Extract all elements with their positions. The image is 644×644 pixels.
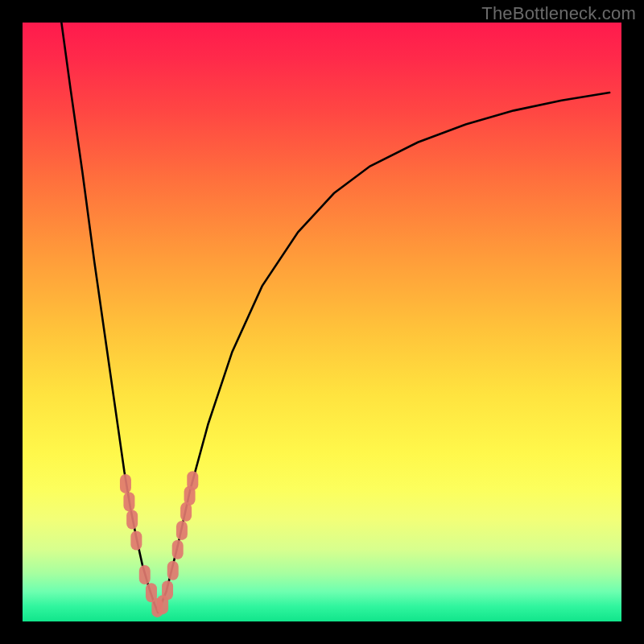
curve-right-branch — [158, 93, 609, 613]
chart-frame: TheBottleneck.com — [0, 0, 644, 644]
curve-left-branch — [61, 23, 158, 613]
plot-area — [23, 23, 621, 621]
data-marker — [139, 565, 151, 584]
data-marker — [176, 521, 188, 540]
curve-layer — [23, 23, 621, 621]
data-marker — [187, 471, 198, 490]
data-marker — [120, 474, 131, 493]
data-marker — [130, 531, 142, 551]
data-marker — [123, 492, 134, 511]
data-marker — [172, 540, 184, 559]
data-marker — [167, 561, 179, 580]
data-marker — [126, 510, 138, 530]
data-marker — [162, 580, 173, 600]
watermark-text: TheBottleneck.com — [481, 3, 636, 24]
